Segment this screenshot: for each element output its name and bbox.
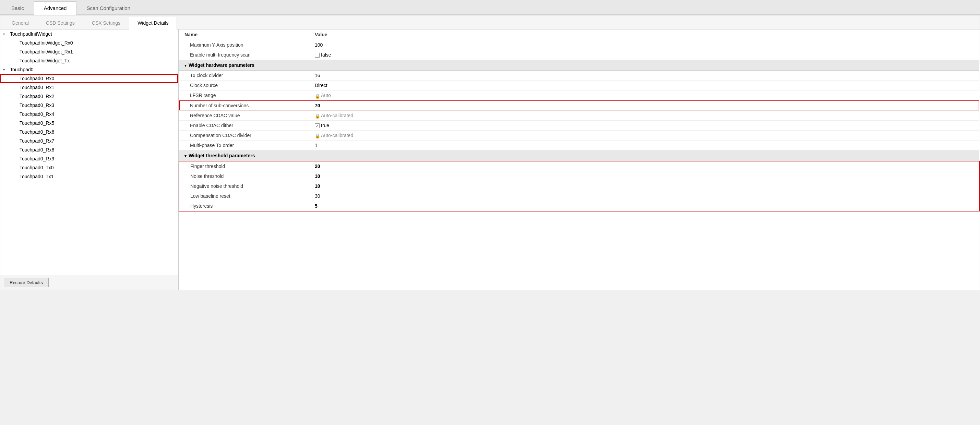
- tree-item-touchpad0-tx1[interactable]: Touchpad0_Tx1: [0, 172, 178, 181]
- prop-value-text: 10: [315, 183, 320, 189]
- tree-item-touchpad0-rx8[interactable]: Touchpad0_Rx8: [0, 145, 178, 154]
- tree-item-label: Touchpad0_Tx0: [19, 165, 54, 170]
- prop-value[interactable]: 🔒Auto-calibrated: [309, 110, 979, 120]
- section-value: [309, 60, 979, 71]
- prop-row: LFSR range🔒Auto: [179, 90, 979, 100]
- prop-value-text: 16: [315, 73, 320, 78]
- prop-value[interactable]: 10: [309, 181, 979, 191]
- prop-value-text: 20: [315, 163, 320, 169]
- prop-value[interactable]: 🔒Auto-calibrated: [309, 131, 979, 141]
- prop-row: Enable CDAC dither✓true: [179, 120, 979, 130]
- tree-item-label: Touchpad0_Rx8: [19, 147, 54, 152]
- prop-value-text: 30: [315, 193, 320, 199]
- prop-value-text: 10: [315, 173, 320, 179]
- restore-defaults-button[interactable]: Restore Defaults: [4, 278, 49, 287]
- lock-icon: 🔒: [315, 133, 320, 138]
- prop-row: Maximum Y-Axis position100: [179, 40, 979, 50]
- prop-value[interactable]: ✓true: [309, 120, 979, 130]
- tree-item-label: Touchpad0_Rx4: [19, 111, 54, 117]
- prop-value[interactable]: 70: [309, 100, 979, 110]
- prop-value-text: Auto-calibrated: [321, 133, 353, 138]
- tree-item-touchpad0-rx9[interactable]: Touchpad0_Rx9: [0, 154, 178, 163]
- prop-row: Noise threshold10: [179, 171, 979, 181]
- prop-row: Reference CDAC value🔒Auto-calibrated: [179, 110, 979, 120]
- tree-item-label: TouchpadInitWidget_Tx: [19, 58, 70, 63]
- prop-value-text: true: [321, 123, 329, 128]
- tree-item-touchpad0-rx6[interactable]: Touchpad0_Rx6: [0, 127, 178, 136]
- prop-name: Enable multi-frequency scan: [179, 50, 309, 60]
- prop-value[interactable]: false: [309, 50, 979, 60]
- prop-row: Number of sub-conversions70: [179, 100, 979, 110]
- tree-item-touchpad0-rx7[interactable]: Touchpad0_Rx7: [0, 136, 178, 145]
- prop-row: Multi-phase Tx order1: [179, 141, 979, 151]
- tree-item-touchpad0-tx0[interactable]: Touchpad0_Tx0: [0, 163, 178, 172]
- chevron-icon[interactable]: ▾: [3, 68, 9, 71]
- tab-scan-configuration[interactable]: Scan Configuration: [76, 2, 140, 14]
- second-tab-bar: General CSD Settings CSX Settings Widget…: [0, 16, 980, 30]
- tab-basic[interactable]: Basic: [2, 2, 34, 14]
- prop-row: Hysteresis5: [179, 201, 979, 211]
- prop-name: Multi-phase Tx order: [179, 141, 309, 151]
- tree-item-touchpad0-rx1[interactable]: Touchpad0_Rx1: [0, 83, 178, 92]
- prop-value[interactable]: 100: [309, 40, 979, 50]
- body-layout: ▾TouchpadInitWidgetTouchpadInitWidget_Rx…: [0, 30, 980, 290]
- tree-item-touchpad0-rx5[interactable]: Touchpad0_Rx5: [0, 119, 178, 127]
- prop-name: Reference CDAC value: [179, 110, 309, 120]
- prop-value[interactable]: 10: [309, 171, 979, 181]
- prop-value[interactable]: 16: [309, 71, 979, 81]
- tree-item-touchpad0-rx4[interactable]: Touchpad0_Rx4: [0, 110, 178, 119]
- tree-item-touchpad0-rx2[interactable]: Touchpad0_Rx2: [0, 92, 178, 101]
- tree-item-label: Touchpad0_Rx5: [19, 120, 54, 126]
- prop-row: Finger threshold20: [179, 161, 979, 171]
- tree-item-touchpad-init-rx1[interactable]: TouchpadInitWidget_Rx1: [0, 47, 178, 56]
- properties-table: NameValueMaximum Y-Axis position100Enabl…: [179, 30, 980, 211]
- tab-advanced[interactable]: Advanced: [34, 2, 77, 15]
- tree-item-touchpad0[interactable]: ▾Touchpad0: [0, 65, 178, 74]
- tree-item-label: TouchpadInitWidget_Rx1: [19, 49, 73, 54]
- prop-value-text: 100: [315, 42, 323, 48]
- tree-item-label: Touchpad0_Rx9: [19, 156, 54, 162]
- prop-header-row: NameValue: [179, 30, 979, 40]
- tree-item-label: Touchpad0_Rx3: [19, 103, 54, 108]
- prop-value[interactable]: 1: [309, 141, 979, 151]
- tree-container[interactable]: ▾TouchpadInitWidgetTouchpadInitWidget_Rx…: [0, 30, 178, 275]
- section-value: [309, 151, 979, 162]
- tree-item-touchpad-init-widget[interactable]: ▾TouchpadInitWidget: [0, 30, 178, 38]
- main-content: General CSD Settings CSX Settings Widget…: [0, 15, 980, 290]
- prop-row: Low baseline reset30: [179, 191, 979, 201]
- prop-value-text: Auto-calibrated: [321, 113, 353, 118]
- prop-row: Tx clock divider16: [179, 71, 979, 81]
- tree-item-touchpad-init-tx[interactable]: TouchpadInitWidget_Tx: [0, 56, 178, 65]
- tree-item-touchpad0-rx3[interactable]: Touchpad0_Rx3: [0, 101, 178, 110]
- checkbox-checked-icon[interactable]: ✓: [315, 124, 320, 128]
- tree-item-touchpad0-rx0[interactable]: Touchpad0_Rx0: [0, 74, 178, 83]
- prop-name: Maximum Y-Axis position: [179, 40, 309, 50]
- prop-row: ▾Widget hardware parameters: [179, 60, 979, 71]
- prop-row: Enable multi-frequency scanfalse: [179, 50, 979, 60]
- prop-value[interactable]: 20: [309, 161, 979, 171]
- prop-name: Negative noise threshold: [179, 181, 309, 191]
- tab-csx-settings[interactable]: CSX Settings: [83, 17, 129, 29]
- prop-value[interactable]: 🔒Auto: [309, 90, 979, 100]
- prop-value[interactable]: 5: [309, 201, 979, 211]
- prop-name: Compensation CDAC divider: [179, 131, 309, 141]
- prop-name: LFSR range: [179, 90, 309, 100]
- prop-name: Hysteresis: [179, 201, 309, 211]
- left-panel: ▾TouchpadInitWidgetTouchpadInitWidget_Rx…: [0, 30, 179, 290]
- checkbox-unchecked-icon[interactable]: [315, 53, 320, 57]
- prop-value[interactable]: 30: [309, 191, 979, 201]
- prop-header-col-value: Value: [309, 30, 979, 40]
- chevron-icon[interactable]: ▾: [3, 32, 9, 36]
- lock-icon: 🔒: [315, 94, 320, 98]
- tree-item-touchpad-init-rx0[interactable]: TouchpadInitWidget_Rx0: [0, 38, 178, 47]
- tree-item-label: Touchpad0_Rx2: [19, 94, 54, 99]
- prop-value[interactable]: Direct: [309, 81, 979, 90]
- lock-icon: 🔒: [315, 113, 320, 118]
- tab-csd-settings[interactable]: CSD Settings: [37, 17, 83, 29]
- prop-row: Compensation CDAC divider🔒Auto-calibrate…: [179, 131, 979, 141]
- prop-value-text: Direct: [315, 82, 328, 88]
- prop-name: Tx clock divider: [179, 71, 309, 81]
- tree-item-label: Touchpad0_Rx0: [19, 76, 54, 81]
- tab-general[interactable]: General: [3, 17, 37, 29]
- tab-widget-details[interactable]: Widget Details: [129, 17, 177, 30]
